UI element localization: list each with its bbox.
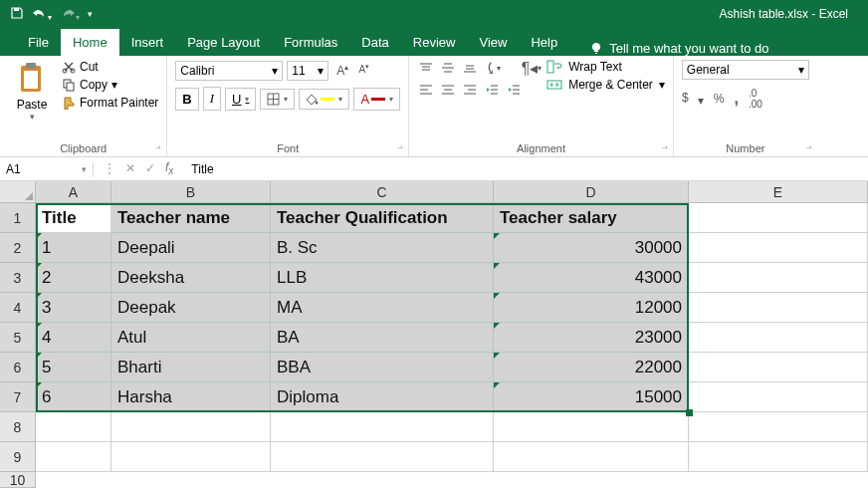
increase-font-button[interactable]: A▴ xyxy=(332,60,352,81)
cell[interactable]: 15000 xyxy=(494,382,689,412)
row-header[interactable]: 3 xyxy=(0,263,36,293)
cell[interactable]: Bharti xyxy=(111,353,271,382)
cell[interactable]: Deeksha xyxy=(111,263,271,293)
comma-button[interactable]: , xyxy=(735,90,739,108)
align-bottom-button[interactable] xyxy=(461,60,479,76)
col-header[interactable]: B xyxy=(111,181,271,203)
cell[interactable]: 4 xyxy=(36,323,111,353)
cell[interactable]: 1 xyxy=(36,233,111,263)
cell[interactable]: 43000 xyxy=(494,263,689,293)
cell[interactable]: BBA xyxy=(271,353,494,382)
cell[interactable]: Atul xyxy=(111,323,271,353)
copy-button[interactable]: Copy ▾ xyxy=(62,78,158,92)
cell[interactable] xyxy=(689,442,868,472)
row-header[interactable]: 1 xyxy=(0,203,36,233)
italic-button[interactable]: I xyxy=(203,87,221,111)
cell[interactable] xyxy=(689,353,868,382)
redo-icon[interactable]: ▾ xyxy=(60,6,80,23)
orientation-button[interactable]: ⤹▾ xyxy=(483,60,501,76)
paste-button[interactable]: Paste ▾ xyxy=(8,60,56,122)
cell[interactable]: Teacher salary xyxy=(494,203,689,233)
tab-review[interactable]: Review xyxy=(401,29,468,56)
cell[interactable] xyxy=(689,293,868,323)
cell[interactable] xyxy=(111,442,271,472)
cell[interactable]: 3 xyxy=(36,293,111,323)
tab-home[interactable]: Home xyxy=(61,29,119,56)
fx-icon[interactable]: fx xyxy=(165,160,173,176)
decrease-indent-button[interactable] xyxy=(483,82,501,98)
cell[interactable]: Diploma xyxy=(271,382,494,412)
cell[interactable]: 5 xyxy=(36,353,111,382)
cell[interactable]: Harsha xyxy=(111,382,271,412)
cell[interactable]: 6 xyxy=(36,382,111,412)
namebox-expand-icon[interactable]: ⋮ xyxy=(104,161,115,175)
cell[interactable]: Deepak xyxy=(111,293,271,323)
cell[interactable]: MA xyxy=(271,293,494,323)
cell[interactable] xyxy=(111,412,271,442)
cell[interactable] xyxy=(689,263,868,293)
row-header[interactable]: 7 xyxy=(0,382,36,412)
cell[interactable]: B. Sc xyxy=(271,233,494,263)
fill-handle[interactable] xyxy=(686,409,693,416)
row-header[interactable]: 5 xyxy=(0,323,36,353)
fill-color-button[interactable]: ▾ xyxy=(299,89,349,110)
cell[interactable] xyxy=(689,382,868,412)
row-header[interactable]: 8 xyxy=(0,412,36,442)
font-color-button[interactable]: A▾ xyxy=(353,88,400,111)
worksheet-grid[interactable]: 1 2 3 4 5 6 7 8 9 10 A B C D E Title Tea… xyxy=(0,181,868,488)
tab-view[interactable]: View xyxy=(467,29,519,56)
cell[interactable] xyxy=(689,323,868,353)
cell[interactable]: 12000 xyxy=(494,293,689,323)
merge-center-button[interactable]: Merge & Center ▾ xyxy=(546,78,665,92)
underline-button[interactable]: U▾ xyxy=(225,88,256,111)
cell[interactable] xyxy=(689,412,868,442)
cell[interactable] xyxy=(271,442,494,472)
name-box[interactable]: A1▾ xyxy=(0,162,94,176)
cell[interactable] xyxy=(271,412,494,442)
cell[interactable]: Deepali xyxy=(111,233,271,263)
select-all-corner[interactable] xyxy=(0,181,36,203)
align-left-button[interactable] xyxy=(417,82,435,98)
accounting-button[interactable]: $▾ xyxy=(682,91,704,108)
row-header[interactable]: 2 xyxy=(0,233,36,263)
row-header[interactable]: 10 xyxy=(0,472,36,488)
decrease-font-button[interactable]: A▾ xyxy=(354,60,373,81)
number-format-select[interactable]: General▾ xyxy=(682,60,809,80)
tell-me[interactable]: Tell me what you want to do xyxy=(569,41,768,56)
cell[interactable]: 22000 xyxy=(494,353,689,382)
align-top-button[interactable] xyxy=(417,60,435,76)
tab-insert[interactable]: Insert xyxy=(119,29,176,56)
cell[interactable] xyxy=(494,442,689,472)
cell[interactable]: 2 xyxy=(36,263,111,293)
cancel-icon[interactable]: ✕ xyxy=(125,161,135,175)
cell[interactable]: 23000 xyxy=(494,323,689,353)
enter-icon[interactable]: ✓ xyxy=(145,161,155,175)
increase-decimal-button[interactable]: .0.00 xyxy=(749,88,762,110)
col-header[interactable]: A xyxy=(36,181,111,203)
cell[interactable]: Teacher name xyxy=(111,203,271,233)
align-center-button[interactable] xyxy=(439,82,457,98)
row-header[interactable]: 4 xyxy=(0,293,36,323)
rtl-button[interactable]: ¶◂▾ xyxy=(523,60,541,76)
percent-button[interactable]: % xyxy=(714,92,725,106)
cell[interactable]: LLB xyxy=(271,263,494,293)
align-middle-button[interactable] xyxy=(439,60,457,76)
cell[interactable] xyxy=(36,442,111,472)
col-header[interactable]: D xyxy=(494,181,689,203)
cell[interactable] xyxy=(689,203,868,233)
increase-indent-button[interactable] xyxy=(505,82,523,98)
align-right-button[interactable] xyxy=(461,82,479,98)
cell[interactable] xyxy=(689,233,868,263)
row-header[interactable]: 9 xyxy=(0,442,36,472)
cell[interactable] xyxy=(494,412,689,442)
format-painter-button[interactable]: Format Painter xyxy=(62,96,158,110)
tab-data[interactable]: Data xyxy=(349,29,400,56)
font-name-select[interactable]: Calibri▾ xyxy=(175,61,283,81)
col-header[interactable]: C xyxy=(271,181,494,203)
save-icon[interactable] xyxy=(10,6,24,23)
undo-icon[interactable]: ▾ xyxy=(32,6,52,23)
col-header[interactable]: E xyxy=(689,181,868,203)
bold-button[interactable]: B xyxy=(175,88,198,111)
borders-button[interactable]: ▾ xyxy=(260,89,295,110)
cell[interactable]: Title xyxy=(36,203,111,233)
